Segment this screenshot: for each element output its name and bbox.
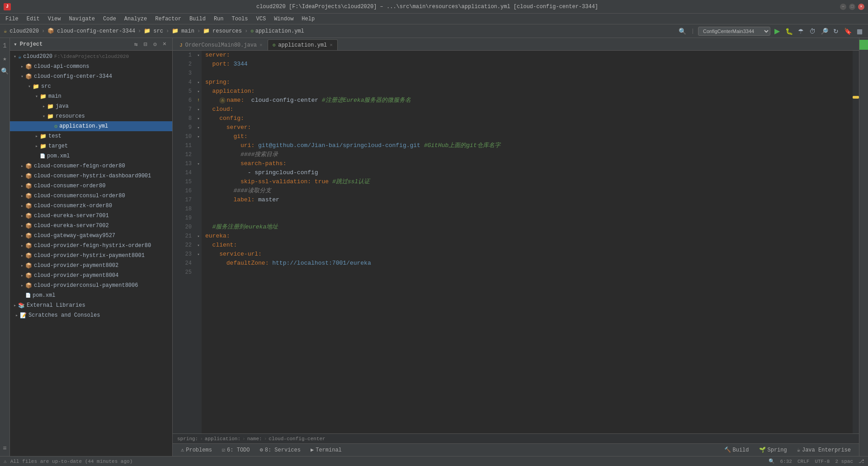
- tree-item-cloud-api-commons[interactable]: ▸ 📦 cloud-api-commons: [10, 62, 172, 71]
- menu-refactor[interactable]: Refactor: [151, 15, 185, 23]
- tree-item-java[interactable]: ▸ 📁 java: [10, 101, 172, 111]
- fold-13[interactable]: ▾: [195, 159, 202, 168]
- project-panel-button[interactable]: 1: [0, 40, 11, 52]
- tab-application-yml[interactable]: ⚙ application.yml ×: [268, 39, 338, 50]
- nav-application-yml[interactable]: application.yml: [255, 28, 304, 34]
- run-button[interactable]: ▶: [772, 26, 782, 36]
- fold-23[interactable]: ▾: [195, 250, 202, 259]
- menu-view[interactable]: View: [44, 15, 65, 23]
- bc-cloud-config-center[interactable]: cloud-config-center: [269, 436, 325, 442]
- search-everywhere-button[interactable]: 🔍: [678, 26, 688, 36]
- menu-file[interactable]: File: [2, 15, 22, 23]
- tree-item-test[interactable]: ▸ 📁 test: [10, 131, 172, 141]
- coverage-button[interactable]: ☂: [796, 26, 806, 36]
- bc-application[interactable]: application:: [205, 436, 241, 442]
- tree-item-src[interactable]: ▾ 📁 src: [10, 81, 172, 91]
- menu-window[interactable]: Window: [270, 15, 297, 23]
- tree-item-consumer-order80[interactable]: ▸ 📦 cloud-consumer-order80: [10, 181, 172, 191]
- panel-settings-button[interactable]: ⚙: [151, 40, 159, 48]
- fold-10[interactable]: ▾: [195, 132, 202, 141]
- fold-7[interactable]: ▾: [195, 105, 202, 114]
- tree-item-application-yml[interactable]: ⚙ application.yml: [10, 121, 172, 131]
- spring-tab[interactable]: 🌱 Spring: [755, 446, 792, 454]
- sync-button[interactable]: ↻: [831, 26, 841, 36]
- tree-item-eureka-7001[interactable]: ▸ 📦 cloud-eureka-server7001: [10, 211, 172, 221]
- status-line-sep[interactable]: CRLF: [797, 459, 809, 464]
- debug-button[interactable]: 🐛: [784, 26, 794, 36]
- tree-item-providerconsul-8006[interactable]: ▸ 📦 cloud-providerconsul-payment8006: [10, 281, 172, 290]
- profile-button[interactable]: ⏱: [807, 26, 817, 36]
- menu-help[interactable]: Help: [298, 15, 318, 23]
- tree-item-main[interactable]: ▾ 📁 main: [10, 91, 172, 101]
- maximize-button[interactable]: □: [849, 4, 855, 10]
- run-config-select[interactable]: ConfigCenterMain3344: [698, 27, 770, 36]
- bookmarks-button[interactable]: ★: [0, 52, 11, 64]
- services-tab[interactable]: ⚙ 8: Services: [255, 446, 305, 454]
- fold-9[interactable]: ▾: [195, 123, 202, 132]
- structure-button[interactable]: ≡: [0, 442, 11, 454]
- problems-tab[interactable]: ⚠ Problems: [176, 446, 217, 454]
- tree-item-resources[interactable]: ▾ 📁 resources: [10, 111, 172, 121]
- tab-order-consul-main80[interactable]: J OrderConsulMain80.java ×: [175, 39, 268, 50]
- menu-code[interactable]: Code: [99, 15, 120, 23]
- menu-tools[interactable]: Tools: [228, 15, 252, 23]
- tree-item-feign-order80[interactable]: ▸ 📦 cloud-consumer-feign-order80: [10, 161, 172, 171]
- status-indent[interactable]: 2 spac: [835, 459, 853, 464]
- nav-resources[interactable]: resources: [212, 28, 242, 34]
- nav-config-center[interactable]: cloud-config-center-3344: [57, 28, 135, 34]
- java-enterprise-tab[interactable]: ☕ Java Enterprise: [793, 446, 855, 454]
- menu-run[interactable]: Run: [210, 15, 227, 23]
- fold-22[interactable]: ▾: [195, 241, 202, 250]
- tree-item-hystrix-dashboard[interactable]: ▸ 📦 cloud-consumer-hystrix-dashboard9001: [10, 171, 172, 181]
- bc-name[interactable]: name:: [247, 436, 262, 442]
- menu-edit[interactable]: Edit: [23, 15, 43, 23]
- build-tab[interactable]: 🔨 Build: [720, 446, 754, 454]
- minimize-button[interactable]: −: [840, 4, 846, 10]
- tree-label-main: main: [48, 93, 61, 100]
- tree-item-consumerconsul-order80[interactable]: ▸ 📦 cloud-consumerconsul-order80: [10, 191, 172, 201]
- tree-item-provider-feign-hystrix[interactable]: ▸ 📦 cloud-provider-feign-hystrix-order80: [10, 241, 172, 251]
- menu-analyze[interactable]: Analyze: [121, 15, 151, 23]
- status-encoding[interactable]: UTF-8: [815, 459, 830, 464]
- tree-item-target[interactable]: ▸ 📁 target: [10, 141, 172, 151]
- tree-item-provider-payment-8004[interactable]: ▸ 📦 cloud-provider-payment8004: [10, 271, 172, 281]
- nav-cloud2020[interactable]: cloud2020: [9, 28, 39, 34]
- tab-close-application[interactable]: ×: [330, 43, 333, 48]
- code-content[interactable]: server: port: 3344 spring: application: …: [202, 51, 853, 433]
- bookmark-button[interactable]: 🔖: [843, 26, 853, 36]
- panel-collapse-button[interactable]: ⊟: [142, 40, 150, 48]
- close-button[interactable]: ×: [858, 4, 864, 10]
- tree-item-scratches-consoles[interactable]: ▸ 📝 Scratches and Consoles: [10, 310, 172, 320]
- menu-navigate[interactable]: Navigate: [65, 15, 99, 23]
- tree-item-gateway-9527[interactable]: ▸ 📦 cloud-gateway-gateway9527: [10, 231, 172, 241]
- menu-vcs[interactable]: VCS: [253, 15, 270, 23]
- tree-item-consumerzk-order80[interactable]: ▸ 📦 cloud-consumerzk-order80: [10, 201, 172, 211]
- fold-5[interactable]: ▾: [195, 87, 202, 96]
- tree-item-root-pom[interactable]: 📄 pom.xml: [10, 290, 172, 300]
- status-position[interactable]: 6:32: [780, 459, 792, 464]
- nav-src[interactable]: src: [153, 28, 163, 34]
- tree-item-cloud2020[interactable]: ▾ ☕ cloud2020 F:\IdeaProjects\cloud2020: [10, 52, 172, 62]
- fold-1[interactable]: ▾: [195, 51, 202, 60]
- panel-sync-button[interactable]: ⇆: [132, 40, 140, 48]
- layout-button[interactable]: ▦: [854, 26, 864, 36]
- tab-close-order[interactable]: ×: [259, 43, 263, 48]
- tree-item-provider-hystrix-8001[interactable]: ▸ 📦 cloud-provider-hystrix-payment8001: [10, 251, 172, 261]
- fold-4[interactable]: ▾: [195, 78, 202, 87]
- tree-item-external-libraries[interactable]: ▸ 📚 External Libraries: [10, 300, 172, 310]
- fold-8[interactable]: ▾: [195, 114, 202, 123]
- search-button[interactable]: 🔎: [819, 26, 829, 36]
- status-search-icon[interactable]: 🔍: [769, 458, 775, 464]
- tree-item-pom-config-center[interactable]: 📄 pom.xml: [10, 151, 172, 161]
- todo-tab[interactable]: ☑ 6: TODO: [217, 446, 255, 454]
- bc-spring[interactable]: spring:: [177, 436, 198, 442]
- terminal-tab[interactable]: ▶ Terminal: [306, 446, 346, 454]
- tree-item-cloud-config-center[interactable]: ▾ 📦 cloud-config-center-3344: [10, 71, 172, 81]
- menu-build[interactable]: Build: [186, 15, 209, 23]
- panel-close-button[interactable]: ×: [160, 40, 169, 48]
- tree-item-provider-payment-8002[interactable]: ▸ 📦 cloud-provider-payment8002: [10, 261, 172, 271]
- find-button[interactable]: 🔍: [0, 65, 11, 77]
- fold-21[interactable]: ▾: [195, 232, 202, 241]
- nav-main[interactable]: main: [181, 28, 194, 34]
- tree-item-eureka-7002[interactable]: ▸ 📦 cloud-eureka-server7002: [10, 221, 172, 231]
